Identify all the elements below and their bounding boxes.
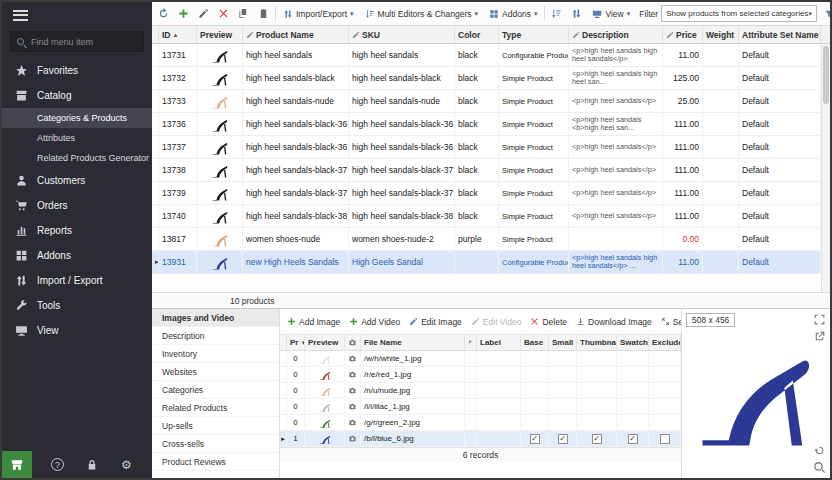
thumbnail-checkbox[interactable]: ✓ — [592, 434, 602, 444]
column-header-exclude[interactable]: Exclude — [649, 335, 681, 350]
small-checkbox[interactable]: ✓ — [558, 434, 568, 444]
cell-sku: high heel sandals-black-38 — [349, 205, 455, 227]
sort-asc-button[interactable] — [548, 5, 565, 22]
column-header-color[interactable]: Color — [455, 26, 499, 43]
edit-product-button[interactable] — [195, 5, 212, 22]
column-header-price[interactable]: Price — [663, 26, 703, 43]
column-header-thumbnail[interactable]: Thumbna — [577, 335, 617, 350]
open-external-button[interactable] — [813, 330, 826, 343]
add-video-button[interactable]: Add Video — [349, 317, 400, 327]
column-header-preview[interactable]: Preview — [197, 26, 243, 43]
column-header-flag[interactable] — [465, 335, 477, 350]
sidebar-item-related-products-generator[interactable]: Related Products Generator — [2, 148, 152, 168]
column-header-type[interactable]: Type — [499, 26, 569, 43]
tab-description[interactable]: Description — [152, 327, 279, 345]
sort-desc-button[interactable] — [568, 5, 585, 22]
delete-button[interactable]: Delete — [530, 317, 567, 327]
view-dropdown[interactable]: View▾ — [588, 5, 634, 23]
vertical-scrollbar[interactable] — [821, 44, 830, 292]
set-resize-rule-button[interactable]: Set Resize Rule — [661, 317, 681, 327]
sidebar-item-view[interactable]: View — [2, 318, 152, 343]
tab-inventory[interactable]: Inventory — [152, 345, 279, 363]
tab-up-sells[interactable]: Up-sells — [152, 417, 279, 435]
tab-related-products[interactable]: Related Products — [152, 399, 279, 417]
product-row[interactable]: 13817women shoes-nudewomen shoes-nude-2p… — [152, 228, 821, 251]
copy-button[interactable] — [235, 5, 252, 22]
cell-id: 13738 — [159, 159, 197, 181]
image-row[interactable]: 0/g/r/green_2.jpg — [280, 415, 681, 431]
download-image-button[interactable]: Download Image — [576, 317, 652, 327]
column-header-preview[interactable]: Preview — [305, 335, 345, 350]
refresh-button[interactable] — [155, 5, 172, 22]
sidebar-item-tools[interactable]: Tools — [2, 293, 152, 318]
product-row[interactable]: 13736high heel sandals-black-36high heel… — [152, 113, 821, 136]
column-header-description[interactable]: Description — [569, 26, 663, 43]
product-row[interactable]: 13740high heel sandals-black-38high heel… — [152, 205, 821, 228]
tab-cross-sells[interactable]: Cross-sells — [152, 435, 279, 453]
sidebar-item-attributes[interactable]: Attributes — [2, 128, 152, 148]
sidebar-item-catalog[interactable]: Catalog — [2, 83, 152, 108]
swatch-checkbox[interactable]: ✓ — [628, 434, 638, 444]
base-checkbox[interactable]: ✓ — [530, 434, 540, 444]
sidebar-item-label: Catalog — [37, 90, 71, 101]
product-row[interactable]: 13738high heel sandals-black-37high heel… — [152, 159, 821, 182]
scrollbar-thumb[interactable] — [823, 46, 829, 104]
column-header-id[interactable]: ID▲ — [159, 26, 197, 43]
product-row[interactable]: 13732high heel sandals-blackhigh heel sa… — [152, 67, 821, 90]
image-row[interactable]: ▸1/b/l/blue_6.jpg✓✓✓✓ — [280, 431, 681, 447]
sidebar-item-favorites[interactable]: Favorites — [2, 58, 152, 83]
column-header-label[interactable]: Label — [477, 335, 521, 350]
import-export-dropdown[interactable]: Import/Export▾ — [279, 5, 358, 23]
image-row[interactable]: 0/r/e/red_1.jpg — [280, 367, 681, 383]
column-header-swatch[interactable]: Swatch — [617, 335, 649, 350]
cell-product-name: high heel sandals — [243, 44, 349, 66]
zoom-button[interactable] — [813, 461, 826, 474]
sidebar-item-addons[interactable]: Addons — [2, 243, 152, 268]
category-filter-select[interactable]: Show products from selected categories ▾ — [661, 5, 817, 22]
sidebar-item-reports[interactable]: Reports — [2, 218, 152, 243]
search-input[interactable] — [29, 36, 137, 48]
column-header-camera[interactable] — [345, 335, 361, 350]
column-header-weight[interactable]: Weight — [703, 26, 739, 43]
lock-button[interactable] — [83, 456, 101, 474]
product-row[interactable]: 13731high heel sandalshigh heel sandalsb… — [152, 44, 821, 67]
delete-product-button[interactable] — [215, 5, 232, 22]
sidebar-item-orders[interactable]: Orders — [2, 193, 152, 218]
sidebar-item-categories-products[interactable]: Categories & Products — [2, 108, 152, 128]
product-row[interactable]: 13737high heel sandals-black-36high heel… — [152, 136, 821, 159]
settings-button[interactable]: ⚙ — [118, 456, 136, 474]
exclude-checkbox[interactable] — [660, 434, 670, 444]
tab-images-and-video[interactable]: Images and Video — [152, 309, 279, 327]
rotate-button[interactable] — [813, 444, 826, 457]
tab-websites[interactable]: Websites — [152, 363, 279, 381]
column-header-product-name[interactable]: Product Name — [243, 26, 349, 43]
add-product-button[interactable] — [175, 5, 192, 22]
product-row[interactable]: 13739high heel sandals-black-37high heel… — [152, 182, 821, 205]
menu-toggle-button[interactable] — [2, 2, 152, 28]
image-row[interactable]: 0/w/h/white_1.jpg — [280, 351, 681, 367]
fullscreen-button[interactable] — [813, 313, 826, 326]
column-header-sku[interactable]: SKU — [349, 26, 455, 43]
image-row[interactable]: 0/l/i/lilac_1.jpg — [280, 399, 681, 415]
sidebar-item-customers[interactable]: Customers — [2, 168, 152, 193]
sidebar-item-import-export[interactable]: Import / Export — [2, 268, 152, 293]
column-header-base[interactable]: Base — [521, 335, 549, 350]
product-row[interactable]: 13733high heel sandals-nudehigh heel san… — [152, 90, 821, 113]
store-button[interactable] — [2, 451, 32, 478]
column-header-small[interactable]: Small — [549, 335, 577, 350]
add-image-button[interactable]: Add Image — [287, 317, 340, 327]
help-button[interactable]: ? — [49, 456, 67, 474]
product-row[interactable]: ▸13931new High Heels SandalsHigh Geels S… — [152, 251, 821, 274]
edit-image-button[interactable]: Edit Image — [409, 317, 462, 327]
multi-editors-dropdown[interactable]: Multi Editors & Changers▾ — [361, 5, 483, 23]
filters-dropdown[interactable]: Filters▾ — [820, 5, 830, 23]
column-header-file-name[interactable]: File Name — [361, 335, 465, 350]
tab-categories[interactable]: Categories — [152, 381, 279, 399]
addons-dropdown[interactable]: Addons▾ — [485, 5, 541, 23]
column-header-pr[interactable]: Pr▼ — [287, 335, 305, 350]
paste-button[interactable] — [255, 5, 272, 22]
column-header-attribute-set-name[interactable]: Attribute Set Name — [739, 26, 821, 43]
cell-camera — [345, 431, 361, 446]
tab-product-reviews[interactable]: Product Reviews — [152, 453, 279, 471]
image-row[interactable]: 0/n/u/nude.jpg — [280, 383, 681, 399]
